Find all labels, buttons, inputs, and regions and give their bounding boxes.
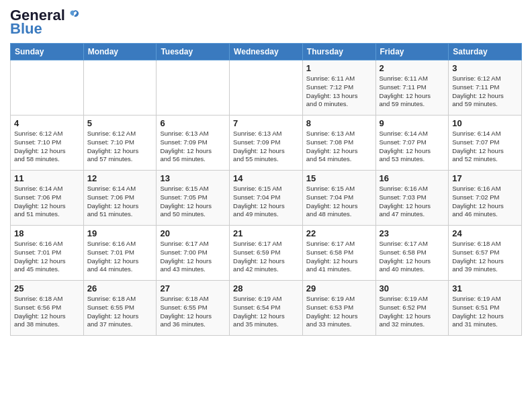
day-info: Sunrise: 6:19 AM Sunset: 6:54 PM Dayligh… — [233, 295, 299, 329]
day-info: Sunrise: 6:17 AM Sunset: 6:59 PM Dayligh… — [233, 240, 299, 274]
day-number: 13 — [160, 173, 226, 183]
day-cell: 28Sunrise: 6:19 AM Sunset: 6:54 PM Dayli… — [230, 281, 303, 336]
day-cell: 16Sunrise: 6:16 AM Sunset: 7:03 PM Dayli… — [375, 171, 449, 226]
day-cell: 14Sunrise: 6:15 AM Sunset: 7:04 PM Dayli… — [230, 171, 303, 226]
day-number: 18 — [14, 228, 80, 238]
day-number: 2 — [380, 63, 445, 73]
day-cell: 20Sunrise: 6:17 AM Sunset: 7:00 PM Dayli… — [157, 226, 230, 281]
day-cell: 24Sunrise: 6:18 AM Sunset: 6:57 PM Dayli… — [449, 226, 522, 281]
header-cell-friday: Friday — [375, 44, 449, 60]
header-cell-wednesday: Wednesday — [230, 44, 303, 60]
day-number: 17 — [452, 173, 518, 183]
header: General Blue — [10, 7, 522, 38]
day-info: Sunrise: 6:15 AM Sunset: 7:04 PM Dayligh… — [306, 185, 372, 219]
day-info: Sunrise: 6:16 AM Sunset: 7:01 PM Dayligh… — [14, 240, 80, 274]
day-cell: 22Sunrise: 6:17 AM Sunset: 6:58 PM Dayli… — [302, 226, 375, 281]
day-number: 31 — [452, 283, 518, 293]
day-cell: 4Sunrise: 6:12 AM Sunset: 7:10 PM Daylig… — [11, 116, 84, 171]
day-info: Sunrise: 6:13 AM Sunset: 7:09 PM Dayligh… — [233, 130, 299, 164]
page-container: General Blue SundayMondayTuesdayWednesda… — [0, 0, 532, 339]
day-cell: 5Sunrise: 6:12 AM Sunset: 7:10 PM Daylig… — [83, 116, 157, 171]
day-info: Sunrise: 6:13 AM Sunset: 7:09 PM Dayligh… — [160, 130, 226, 164]
day-cell — [157, 60, 230, 116]
day-number: 6 — [160, 118, 226, 128]
day-info: Sunrise: 6:17 AM Sunset: 6:58 PM Dayligh… — [306, 240, 372, 274]
day-cell: 21Sunrise: 6:17 AM Sunset: 6:59 PM Dayli… — [230, 226, 303, 281]
day-number: 30 — [380, 283, 445, 293]
day-number: 9 — [380, 118, 445, 128]
day-cell: 1Sunrise: 6:11 AM Sunset: 7:12 PM Daylig… — [302, 60, 375, 116]
day-number: 5 — [87, 118, 153, 128]
day-info: Sunrise: 6:14 AM Sunset: 7:06 PM Dayligh… — [14, 185, 80, 219]
week-row-4: 18Sunrise: 6:16 AM Sunset: 7:01 PM Dayli… — [11, 226, 522, 281]
day-number: 29 — [306, 283, 372, 293]
day-info: Sunrise: 6:14 AM Sunset: 7:07 PM Dayligh… — [452, 130, 518, 164]
day-info: Sunrise: 6:16 AM Sunset: 7:02 PM Dayligh… — [452, 185, 518, 219]
day-cell: 2Sunrise: 6:11 AM Sunset: 7:11 PM Daylig… — [375, 60, 449, 116]
calendar-table: SundayMondayTuesdayWednesdayThursdayFrid… — [10, 43, 522, 336]
day-cell: 3Sunrise: 6:12 AM Sunset: 7:11 PM Daylig… — [449, 60, 522, 116]
week-row-1: 1Sunrise: 6:11 AM Sunset: 7:12 PM Daylig… — [11, 60, 522, 116]
day-cell: 31Sunrise: 6:19 AM Sunset: 6:51 PM Dayli… — [449, 281, 522, 336]
day-cell: 29Sunrise: 6:19 AM Sunset: 6:53 PM Dayli… — [302, 281, 375, 336]
logo-blue: Blue — [10, 20, 42, 38]
day-info: Sunrise: 6:18 AM Sunset: 6:55 PM Dayligh… — [87, 295, 153, 329]
day-info: Sunrise: 6:14 AM Sunset: 7:07 PM Dayligh… — [380, 130, 445, 164]
day-cell: 7Sunrise: 6:13 AM Sunset: 7:09 PM Daylig… — [230, 116, 303, 171]
day-number: 24 — [452, 228, 518, 238]
day-number: 20 — [160, 228, 226, 238]
day-number: 10 — [452, 118, 518, 128]
day-info: Sunrise: 6:12 AM Sunset: 7:10 PM Dayligh… — [14, 130, 80, 164]
day-cell: 26Sunrise: 6:18 AM Sunset: 6:55 PM Dayli… — [83, 281, 157, 336]
day-info: Sunrise: 6:15 AM Sunset: 7:04 PM Dayligh… — [233, 185, 299, 219]
day-cell — [11, 60, 84, 116]
day-cell: 8Sunrise: 6:13 AM Sunset: 7:08 PM Daylig… — [302, 116, 375, 171]
day-info: Sunrise: 6:19 AM Sunset: 6:52 PM Dayligh… — [380, 295, 445, 329]
day-number: 19 — [87, 228, 153, 238]
day-cell: 25Sunrise: 6:18 AM Sunset: 6:56 PM Dayli… — [11, 281, 84, 336]
day-cell: 9Sunrise: 6:14 AM Sunset: 7:07 PM Daylig… — [375, 116, 449, 171]
day-number: 12 — [87, 173, 153, 183]
day-number: 21 — [233, 228, 299, 238]
day-cell — [230, 60, 303, 116]
day-number: 1 — [306, 63, 372, 73]
day-info: Sunrise: 6:18 AM Sunset: 6:55 PM Dayligh… — [160, 295, 226, 329]
day-cell: 10Sunrise: 6:14 AM Sunset: 7:07 PM Dayli… — [449, 116, 522, 171]
day-info: Sunrise: 6:13 AM Sunset: 7:08 PM Dayligh… — [306, 130, 372, 164]
day-info: Sunrise: 6:18 AM Sunset: 6:56 PM Dayligh… — [14, 295, 80, 329]
day-cell: 12Sunrise: 6:14 AM Sunset: 7:06 PM Dayli… — [83, 171, 157, 226]
header-cell-saturday: Saturday — [449, 44, 522, 60]
day-number: 16 — [380, 173, 445, 183]
day-info: Sunrise: 6:15 AM Sunset: 7:05 PM Dayligh… — [160, 185, 226, 219]
week-row-5: 25Sunrise: 6:18 AM Sunset: 6:56 PM Dayli… — [11, 281, 522, 336]
day-info: Sunrise: 6:18 AM Sunset: 6:57 PM Dayligh… — [452, 240, 518, 274]
day-info: Sunrise: 6:12 AM Sunset: 7:10 PM Dayligh… — [87, 130, 153, 164]
day-number: 22 — [306, 228, 372, 238]
day-cell: 17Sunrise: 6:16 AM Sunset: 7:02 PM Dayli… — [449, 171, 522, 226]
day-info: Sunrise: 6:17 AM Sunset: 6:58 PM Dayligh… — [380, 240, 445, 274]
day-cell — [83, 60, 157, 116]
day-number: 3 — [452, 63, 518, 73]
day-cell: 13Sunrise: 6:15 AM Sunset: 7:05 PM Dayli… — [157, 171, 230, 226]
header-cell-monday: Monday — [83, 44, 157, 60]
day-number: 23 — [380, 228, 445, 238]
day-number: 28 — [233, 283, 299, 293]
day-number: 7 — [233, 118, 299, 128]
logo: General Blue — [10, 7, 81, 38]
day-info: Sunrise: 6:11 AM Sunset: 7:11 PM Dayligh… — [380, 75, 445, 109]
day-number: 27 — [160, 283, 226, 293]
day-number: 26 — [87, 283, 153, 293]
day-cell: 15Sunrise: 6:15 AM Sunset: 7:04 PM Dayli… — [302, 171, 375, 226]
day-number: 8 — [306, 118, 372, 128]
day-info: Sunrise: 6:19 AM Sunset: 6:53 PM Dayligh… — [306, 295, 372, 329]
day-info: Sunrise: 6:11 AM Sunset: 7:12 PM Dayligh… — [306, 75, 372, 109]
day-cell: 6Sunrise: 6:13 AM Sunset: 7:09 PM Daylig… — [157, 116, 230, 171]
logo-bird-icon — [66, 8, 81, 23]
day-cell: 27Sunrise: 6:18 AM Sunset: 6:55 PM Dayli… — [157, 281, 230, 336]
day-number: 25 — [14, 283, 80, 293]
day-cell: 19Sunrise: 6:16 AM Sunset: 7:01 PM Dayli… — [83, 226, 157, 281]
header-cell-tuesday: Tuesday — [157, 44, 230, 60]
week-row-3: 11Sunrise: 6:14 AM Sunset: 7:06 PM Dayli… — [11, 171, 522, 226]
day-info: Sunrise: 6:17 AM Sunset: 7:00 PM Dayligh… — [160, 240, 226, 274]
header-row: SundayMondayTuesdayWednesdayThursdayFrid… — [11, 44, 522, 60]
